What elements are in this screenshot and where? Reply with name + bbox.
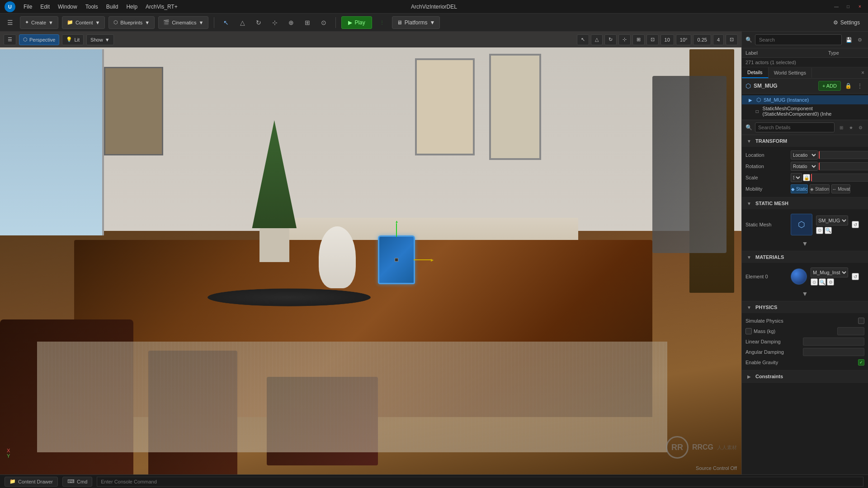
angular-damping-input[interactable]: 0.0 xyxy=(803,348,865,356)
scale-lock-icon[interactable]: 🔒 xyxy=(803,174,810,181)
tree-item-sm-mug[interactable]: ▶ ⬡ SM_MUG (Instance) xyxy=(742,95,868,104)
settings-button[interactable]: ⚙ Settings xyxy=(829,16,864,29)
material-select[interactable]: M_Mug_Inst xyxy=(811,267,848,277)
source-control-status: Source Control Off xyxy=(696,465,737,471)
mesh-select[interactable]: SM_MUG xyxy=(816,216,848,225)
details-close-button[interactable]: × xyxy=(858,68,868,78)
scale-tool-icon[interactable]: ⊹ xyxy=(269,16,281,29)
static-mesh-section-header[interactable]: ▼ STATIC MESH xyxy=(742,197,868,209)
outliner-search-input[interactable] xyxy=(755,34,842,45)
type-column-header[interactable]: Type xyxy=(828,50,864,56)
perspective-button[interactable]: ⬡ Perspective xyxy=(19,34,59,45)
snap-tool-icon[interactable]: ⊞ xyxy=(301,16,314,29)
rotate-button[interactable]: ↻ xyxy=(604,34,617,45)
mobility-movable-button[interactable]: ↔ Movat xyxy=(831,184,850,193)
snap-to-grid-button[interactable]: ⊞ xyxy=(632,34,645,45)
grid-icon[interactable]: ⊡ xyxy=(646,34,659,45)
cinematics-button[interactable]: 🎬 Cinematics ▼ xyxy=(158,16,208,29)
rotation-x-input[interactable]: 0.0° xyxy=(819,162,868,170)
material-settings-icon[interactable]: ⚙ xyxy=(827,278,834,286)
linear-damping-input[interactable]: 0.01 xyxy=(803,338,865,346)
cmd-button[interactable]: ⌨ Cmd xyxy=(62,477,92,487)
static-mesh-collapse-icon[interactable]: ▼ xyxy=(802,240,808,247)
sidebar-toggle-icon[interactable]: ☰ xyxy=(4,16,16,29)
cmd-icon: ⌨ xyxy=(67,479,75,484)
rotation-snap[interactable]: 10° xyxy=(676,34,692,45)
mesh-reset-button[interactable]: ↺ xyxy=(852,221,859,228)
mesh-search-icon[interactable]: 🔍 xyxy=(825,227,832,234)
menu-window[interactable]: Window xyxy=(58,4,77,10)
scene-window xyxy=(0,49,104,235)
tree-item-static-mesh[interactable]: □ StaticMeshComponent (StaticMeshCompone… xyxy=(742,104,868,118)
details-grid-icon[interactable]: ⊞ xyxy=(837,123,845,131)
scale-snap[interactable]: 0.25 xyxy=(693,34,711,45)
mobility-stationary-button[interactable]: ◈ Station xyxy=(810,184,830,193)
material-search-icon[interactable]: 🔍 xyxy=(819,278,826,286)
menu-build[interactable]: Build xyxy=(106,4,118,10)
enable-gravity-checkbox[interactable] xyxy=(858,359,864,366)
static-mesh-row: Static Mesh ⬡ SM_MUG ⊙ xyxy=(745,212,864,237)
mass-input[interactable]: 0.0 xyxy=(837,327,864,335)
tab-world-settings[interactable]: World Settings xyxy=(769,68,812,78)
material-nav-icon[interactable]: ⊙ xyxy=(811,278,818,286)
maximize-button[interactable]: □ xyxy=(844,3,852,10)
play-button[interactable]: ▶ Play xyxy=(341,16,372,29)
mobility-static-button[interactable]: ◆ Static xyxy=(791,184,808,193)
simulate-physics-checkbox[interactable] xyxy=(858,318,864,324)
mobility-buttons: ◆ Static ◈ Station ↔ Movat xyxy=(791,184,864,193)
details-settings-icon[interactable]: ⚙ xyxy=(856,123,864,131)
play-options-icon[interactable]: ⋮ xyxy=(376,16,388,29)
materials-section-header[interactable]: ▼ MATERIALS xyxy=(742,251,868,263)
component-lock-icon[interactable]: 🔒 xyxy=(844,81,853,90)
static-icon: ◆ xyxy=(791,187,795,192)
create-button[interactable]: ✦ Create ▼ xyxy=(20,16,58,29)
settings-search-icon[interactable]: ⚙ xyxy=(855,35,864,44)
add-component-button[interactable]: + ADD xyxy=(818,81,841,91)
select-mode-icon[interactable]: ↖ xyxy=(220,16,232,29)
select-all-button[interactable]: ↖ xyxy=(577,34,589,45)
constraints-section-header[interactable]: ▶ Constraints xyxy=(742,371,868,382)
camera-speed[interactable]: 4 xyxy=(713,34,724,45)
maximize-viewport-button[interactable]: ⊡ xyxy=(726,34,738,45)
translate-tool-icon[interactable]: △ xyxy=(236,16,249,29)
rotation-type-select[interactable]: Rotatio xyxy=(791,162,818,171)
viewport-options-button[interactable]: ☰ xyxy=(4,34,16,45)
transform-section-header[interactable]: ▼ TRANSFORM xyxy=(742,135,868,147)
lit-button[interactable]: 💡 Lit xyxy=(62,34,84,45)
content-button[interactable]: 📁 Content ▼ xyxy=(62,16,105,29)
mesh-nav-icon[interactable]: ⊙ xyxy=(816,227,823,234)
content-drawer-button[interactable]: 📁 Content Drawer xyxy=(5,477,58,487)
physics-section-header[interactable]: ▼ PHYSICS xyxy=(742,301,868,313)
scale-x-input[interactable]: 0.08394 xyxy=(811,174,868,182)
console-input[interactable] xyxy=(97,477,863,487)
location-x-input[interactable]: 132.534 xyxy=(819,151,868,159)
translate-button[interactable]: △ xyxy=(591,34,603,45)
transform-tool-icon[interactable]: ⊕ xyxy=(285,16,297,29)
grid-size[interactable]: 10 xyxy=(660,34,674,45)
show-button[interactable]: Show ▼ xyxy=(86,34,113,45)
component-header: ⬡ SM_MUG + ADD 🔒 ⋮ xyxy=(742,79,868,94)
camera-tool-icon[interactable]: ⊙ xyxy=(317,16,330,29)
scale-type-select[interactable]: Sc xyxy=(791,173,802,182)
details-star-icon[interactable]: ★ xyxy=(847,123,855,131)
menu-help[interactable]: Help xyxy=(126,4,137,10)
tab-details[interactable]: Details xyxy=(742,67,769,78)
location-type-select[interactable]: Locatio xyxy=(791,150,818,160)
component-options-icon[interactable]: ⋮ xyxy=(855,81,864,90)
platforms-button[interactable]: 🖥 Platforms ▼ xyxy=(392,16,440,29)
menu-file[interactable]: File xyxy=(24,4,32,10)
close-button[interactable]: × xyxy=(856,3,863,10)
materials-collapse-icon[interactable]: ▼ xyxy=(802,290,808,297)
menu-tools[interactable]: Tools xyxy=(85,4,98,10)
blueprints-button[interactable]: ⬡ Blueprints ▼ xyxy=(108,16,155,29)
search-details-input[interactable] xyxy=(755,122,835,132)
label-column-header[interactable]: Label xyxy=(745,50,828,56)
rotate-tool-icon[interactable]: ↻ xyxy=(252,16,265,29)
mass-checkbox[interactable] xyxy=(745,328,752,334)
scale-button[interactable]: ⊹ xyxy=(618,34,631,45)
material-reset-button[interactable]: ↺ xyxy=(852,273,859,280)
save-search-icon[interactable]: 💾 xyxy=(844,35,854,44)
minimize-button[interactable]: — xyxy=(833,3,840,10)
viewport[interactable]: ▲ ▶ ☰ ⬡ Perspective 💡 xyxy=(0,32,741,474)
menu-edit[interactable]: Edit xyxy=(40,4,50,10)
